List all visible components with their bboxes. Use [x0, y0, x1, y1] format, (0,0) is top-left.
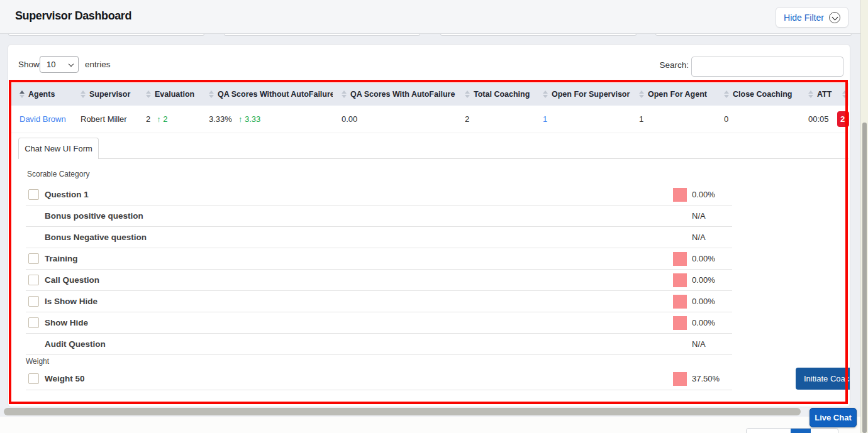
- search-label: Search:: [652, 60, 689, 70]
- open-for-supervisor-link[interactable]: 1: [543, 114, 547, 124]
- question-checkbox[interactable]: [28, 317, 39, 328]
- question-row: Training0.00%: [26, 248, 732, 270]
- qa-with-value: 0.00: [342, 114, 357, 124]
- qa-without-value: 3.33%: [209, 114, 232, 124]
- question-label: Bonus positive question: [45, 211, 143, 221]
- score-bar: [673, 273, 687, 287]
- sort-icon: [146, 90, 151, 98]
- sort-icon: [465, 90, 470, 98]
- up-arrow-icon: ↑ 2: [157, 114, 167, 124]
- sort-icon: [724, 90, 729, 98]
- question-row: Bonus positive questionN/A: [26, 206, 732, 227]
- column-header[interactable]: Total Coaching: [456, 83, 534, 106]
- column-header[interactable]: QA Scores Without AutoFailure: [200, 83, 333, 106]
- score-value: 0.00%: [692, 275, 715, 285]
- evaluation-delta: 2: [163, 114, 167, 124]
- entries-label: entries: [85, 60, 111, 69]
- column-header[interactable]: [836, 83, 849, 106]
- bottom-strip: [0, 417, 868, 433]
- page-size-value: 10: [47, 60, 55, 69]
- weight-label: Weight: [26, 357, 49, 366]
- column-header[interactable]: Supervisor: [72, 83, 137, 106]
- horizontal-scrollbar[interactable]: [4, 408, 801, 415]
- category-rows: Question 10.00%Bonus positive questionN/…: [26, 184, 732, 355]
- column-header[interactable]: Evaluation: [137, 83, 200, 106]
- column-header[interactable]: Agents: [11, 83, 72, 106]
- scorable-category-label: Scorable Category: [27, 170, 89, 178]
- question-label: Audit Question: [45, 339, 106, 349]
- score-value: 0.00%: [692, 318, 715, 327]
- score-bar: [673, 252, 687, 266]
- question-label: Weight 50: [45, 374, 85, 383]
- question-checkbox[interactable]: [28, 275, 39, 285]
- question-row: Question 10.00%: [26, 184, 732, 206]
- table-row: David Brown Robert Miller 2 ↑ 2 3.33% ↑ …: [11, 106, 849, 133]
- question-label: Question 1: [45, 190, 89, 199]
- question-label: Show Hide: [45, 318, 88, 327]
- window-edge: [860, 0, 868, 433]
- score-value: 0.00%: [692, 254, 715, 263]
- question-row: Call Question0.00%: [26, 270, 732, 291]
- hide-filter-button[interactable]: Hide Filter: [776, 7, 849, 28]
- question-label: Bonus Negative question: [45, 233, 147, 242]
- chevron-down-icon: [829, 12, 840, 23]
- hide-filter-label: Hide Filter: [784, 13, 824, 23]
- supervisor-dashboard-page: Supervisor Dashboard Hide Filter Show 10…: [0, 0, 868, 433]
- agents-table: AgentsSupervisorEvaluationQA Scores With…: [11, 83, 849, 133]
- column-header[interactable]: QA Scores With AutoFailure: [333, 83, 456, 106]
- score-bar: [673, 188, 687, 202]
- question-row: Audit QuestionN/A: [26, 334, 732, 355]
- qa-without-delta: 3.33: [245, 114, 260, 124]
- chevron-down-icon: [69, 62, 74, 67]
- table-header-row: AgentsSupervisorEvaluationQA Scores With…: [11, 83, 849, 106]
- question-checkbox[interactable]: [28, 189, 39, 200]
- score-bar: [673, 295, 687, 309]
- question-row: Bonus Negative questionN/A: [26, 227, 732, 248]
- count-badge[interactable]: 2: [837, 111, 849, 127]
- question-label: Training: [45, 254, 78, 263]
- question-row: Is Show Hide0.00%: [26, 291, 732, 312]
- sort-icon: [842, 90, 847, 98]
- question-row: Show Hide0.00%: [26, 312, 732, 334]
- sort-icon: [209, 90, 214, 98]
- score-value: 37.50%: [692, 374, 720, 383]
- supervisor-name: Robert Miller: [81, 114, 127, 124]
- score-bar: [673, 316, 687, 330]
- score-value: N/A: [673, 211, 706, 221]
- sort-icon: [19, 90, 25, 98]
- search-input[interactable]: [691, 57, 843, 77]
- question-label: Call Question: [45, 275, 99, 285]
- initiate-coaching-button[interactable]: Initiate Coaching: [796, 368, 850, 390]
- sort-icon: [342, 90, 347, 98]
- active-page-indicator[interactable]: [791, 429, 811, 433]
- live-chat-button[interactable]: Live Chat: [810, 408, 857, 427]
- page-size-select[interactable]: 10: [40, 56, 79, 73]
- evaluation-value: 2: [146, 114, 150, 124]
- question-checkbox[interactable]: [28, 373, 39, 384]
- score-value: N/A: [673, 339, 706, 349]
- column-header[interactable]: Open For Agent: [630, 83, 715, 106]
- agent-link[interactable]: David Brown: [19, 114, 66, 124]
- question-checkbox[interactable]: [28, 253, 39, 264]
- page-title: Supervisor Dashboard: [15, 9, 131, 23]
- vertical-scrollbar[interactable]: [862, 123, 867, 433]
- att-value: 00:05: [808, 114, 829, 124]
- sort-icon: [81, 90, 86, 98]
- column-header[interactable]: ATT: [799, 83, 836, 106]
- top-bar: Supervisor Dashboard Hide Filter: [0, 0, 868, 34]
- pagination-partial[interactable]: [746, 428, 838, 433]
- weight-rows: Weight 5037.50%: [26, 368, 732, 390]
- column-header[interactable]: Open For Supervisor: [534, 83, 630, 106]
- column-header[interactable]: Close Coaching: [715, 83, 799, 106]
- total-coaching-value: 2: [465, 114, 469, 124]
- score-bar: [673, 372, 687, 386]
- tab-chat-new-ui-form[interactable]: Chat New UI Form: [18, 138, 99, 159]
- close-coaching-value: 0: [724, 114, 728, 124]
- open-for-agent-value: 1: [639, 114, 643, 124]
- score-value: 0.00%: [692, 297, 715, 306]
- sort-icon: [808, 90, 813, 98]
- question-checkbox[interactable]: [28, 296, 39, 307]
- question-label: Is Show Hide: [45, 297, 97, 306]
- up-arrow-icon: ↑ 3.33: [238, 114, 260, 124]
- question-row: Weight 5037.50%: [26, 368, 732, 390]
